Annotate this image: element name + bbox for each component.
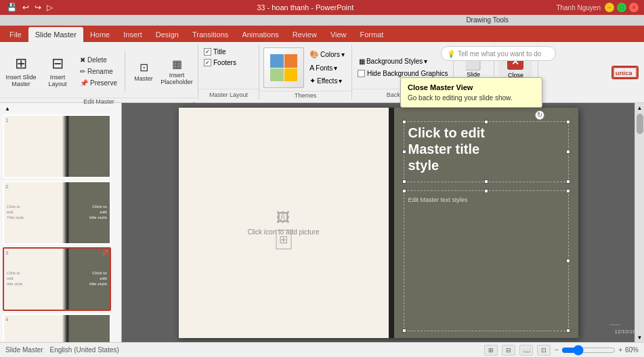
save-btn[interactable]: 💾 [5,3,18,12]
title-selection-box[interactable]: Click to editMaster titlestyle [404,121,569,182]
undo-btn[interactable]: ↩ [21,3,30,12]
tab-insert[interactable]: Insert [116,27,149,42]
insert-placeholder-btn[interactable]: ▦ InsertPlaceholder [160,47,194,95]
workspace: ▲ 1 2 Click toeditTitle style Click toed… [0,103,644,342]
tab-view[interactable]: View [324,27,353,42]
master-text-box[interactable]: Edit Master text styles [404,190,569,331]
preserve-btn[interactable]: 📌 Preserve [77,78,120,88]
status-bar: Slide Master English (United States) ⊞ ⊟… [0,342,644,357]
delete-btn[interactable]: ✖ Delete [77,55,120,65]
delete-label: Delete [87,56,107,64]
colors-arrow: ▾ [341,51,345,58]
scroll-down-arrow[interactable]: ▼ [635,333,645,342]
close-window-btn[interactable]: × [629,3,639,12]
footers-checkbox[interactable] [204,59,211,66]
slide-thumb-1[interactable]: 1 [3,114,111,178]
vertical-scrollbar[interactable]: ▲ ▼ [635,103,644,342]
rotate-handle[interactable]: ↻ [535,110,544,120]
footers-check-row: Footers [202,58,238,67]
sel-handle-rm [566,150,570,154]
master-btn[interactable]: ⊡ Master [130,47,157,95]
redo-btn[interactable]: ↪ [33,3,43,12]
sel-handle-tl [402,120,406,124]
title-checkbox[interactable] [204,48,211,56]
center-placeholder-icon: ⊞ [276,230,291,249]
colors-label: Colors [320,51,340,58]
slide-divider [389,108,394,338]
tab-transitions[interactable]: Transitions [186,27,235,42]
fonts-dropdown-btn[interactable]: A Fonts ▾ [307,62,347,73]
ribbon: ⊞ Insert SlideMaster ⊟ InsertLayout ✖ De… [0,42,644,103]
title-bar: 💾 ↩ ↪ ▷ 33 - hoan thanh - PowerPoint Tha… [0,0,644,15]
unica-logo: unica [563,42,644,103]
drawing-tools-bar: Drawing Tools [0,15,644,26]
scroll-thumb[interactable] [637,114,643,134]
slide-sorter-btn[interactable]: ⊟ [502,345,515,356]
tell-me-bar[interactable]: 💡 Tell me what you want to do [441,46,556,61]
zoom-in-btn[interactable]: + [618,346,622,354]
zoom-out-btn[interactable]: − [555,346,559,354]
slide-canvas: 🖼 Click icon to add picture ⊞ ↻ [179,108,578,338]
tab-home[interactable]: Home [83,27,116,42]
colors-dropdown-btn[interactable]: 🎨 Colors ▾ [307,49,347,60]
zoom-control: − + 60% [555,345,639,356]
sel-handle-br [566,180,570,184]
minimize-btn[interactable]: − [605,3,614,12]
presentation-btn[interactable]: ⊡ [537,345,551,356]
edit-theme-group: 🎨 Colors ▾ A Fonts ▾ ✦ Effects ▾ Themes [259,45,352,100]
tab-file[interactable]: File [3,27,28,42]
reading-view-btn[interactable]: 📖 [519,345,533,356]
start-btn[interactable]: ▷ [45,3,54,12]
colors-icon: 🎨 [309,50,319,59]
rename-icon: ✏ [80,68,85,75]
effects-dropdown-btn[interactable]: ✦ Effects ▾ [307,75,347,87]
slide-thumb-3[interactable]: 3 Click toedittitle style Click toeditti… [3,247,111,311]
scroll-up-btn[interactable]: ▲ [3,106,12,112]
zoom-level: 60% [625,346,639,354]
rotate-icon: ↻ [537,111,542,119]
rename-btn[interactable]: ✏ Rename [77,66,120,77]
edit-theme-label: Themes [295,92,317,99]
sel-handle-text-tl [402,189,406,193]
slide-master-status: Slide Master [5,346,43,354]
sel-handle-lm [402,150,406,154]
insert-slide-master-icon: ⊞ [15,55,27,72]
tab-slide-master[interactable]: Slide Master [28,27,83,42]
tab-design[interactable]: Design [149,27,186,42]
fonts-arrow: ▾ [334,64,337,72]
effects-icon: ✦ [309,77,316,85]
quick-access-toolbar: 💾 ↩ ↪ ▷ [5,3,54,12]
effects-label: Effects [317,77,337,85]
tooltip-desc: Go back to editing your slide show. [408,94,535,102]
normal-view-btn[interactable]: ⊞ [484,345,498,356]
slide-right-pane: ↻ Click to editMaster titlestyle [394,108,578,338]
tooltip-title: Close Master View [408,83,535,91]
insert-layout-icon: ⊟ [51,55,64,72]
scroll-up-arrow[interactable]: ▲ [635,103,645,112]
tab-animations[interactable]: Animations [235,27,285,42]
maximize-btn[interactable]: □ [617,3,626,12]
sel-handle-text-bl [402,329,406,333]
zoom-slider[interactable] [561,345,616,356]
insert-slide-master-btn[interactable]: ⊞ Insert SlideMaster [4,47,38,95]
delete-icon: ✖ [80,56,85,64]
slide-footer: 12/10/16 Footer ▪ [609,324,620,338]
tab-review[interactable]: Review [286,27,324,42]
slide-left-pane: 🖼 Click icon to add picture ⊞ [179,108,389,338]
window-controls: − □ × [605,3,639,12]
hide-bg-checkbox[interactable] [358,70,365,77]
ribbon-tabs: File Slide Master Home Insert Design Tra… [0,26,644,42]
insert-layout-btn[interactable]: ⊟ InsertLayout [41,47,74,95]
slide-thumb-2[interactable]: 2 Click toeditTitle style Click toeditti… [3,181,111,245]
rename-label: Rename [87,68,113,75]
tab-format[interactable]: Format [353,27,391,42]
themes-btn[interactable] [263,47,304,88]
slide-thumb-4[interactable]: 4 Click to edit Master title style [3,314,111,342]
insert-layout-label: InsertLayout [48,74,66,87]
edit-master-label: Edit Master [83,98,114,105]
bg-styles-btn[interactable]: ▦ Background Styles ▾ [356,56,430,66]
master-layout-label: Master Layout [209,91,248,98]
master-layout-group: Title Footers Master Layout [198,45,259,100]
bg-styles-arrow: ▾ [424,58,427,65]
unica-badge: unica [611,66,639,79]
